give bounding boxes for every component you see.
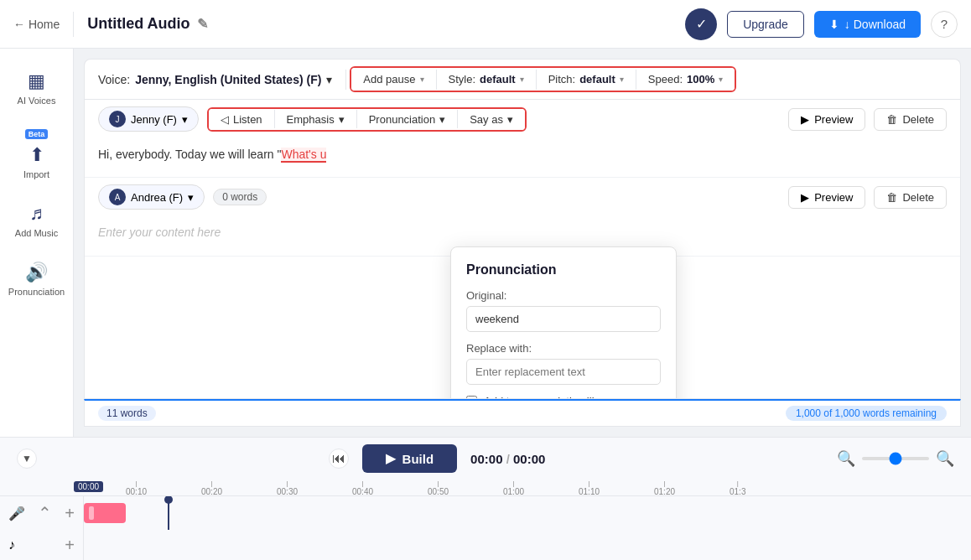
emphasis-chevron-icon: ▾	[339, 113, 345, 126]
header-right: ✓ Upgrade ⬇ ↓ Download ?	[685, 8, 958, 40]
zoom-out-button[interactable]: 🔍	[837, 449, 855, 468]
block-2-placeholder: Enter your content here	[98, 226, 221, 239]
block-1-voice-badge[interactable]: J Jenny (F) ▾	[98, 106, 199, 132]
words-remaining-badge: 1,000 of 1,000 words remaining	[786, 406, 947, 421]
collapse-button[interactable]: ▼	[17, 449, 37, 469]
cloud-save-button[interactable]: ✓	[685, 8, 717, 40]
say-as-chevron-icon: ▾	[507, 113, 513, 126]
sidebar-item-ai-voices[interactable]: ▦ AI Voices	[7, 62, 67, 114]
zoom-in-button[interactable]: 🔍	[936, 449, 954, 468]
speed-chevron-icon: ▾	[719, 75, 723, 84]
sidebar-item-add-music[interactable]: ♬ Add Music	[7, 194, 67, 246]
preview-play-icon: ▶	[801, 113, 809, 126]
block-1-preview-button[interactable]: ▶ Preview	[788, 108, 865, 131]
timeline-tracks: 🎤 ⌃ +	[0, 496, 971, 530]
replace-label: Replace with:	[466, 342, 661, 355]
block-1-delete-button[interactable]: 🗑 Delete	[874, 108, 947, 131]
timeline-mark: 01:10	[579, 480, 600, 496]
block-2-preview-button[interactable]: ▶ Preview	[788, 186, 865, 209]
block-2-header-right: ▶ Preview 🗑 Delete	[788, 186, 947, 209]
help-button[interactable]: ?	[931, 11, 958, 38]
upgrade-button[interactable]: Upgrade	[727, 11, 804, 38]
block-1-content[interactable]: Hi, everybody. Today we will learn "What…	[85, 138, 960, 177]
block-1-voice-name: Jenny (F)	[131, 113, 177, 126]
edit-title-icon[interactable]: ✎	[197, 16, 208, 32]
sidebar-item-pronunciation[interactable]: 🔊 Pronunciation	[7, 253, 67, 305]
mic-icon: 🎤	[8, 506, 25, 521]
block-2-delete-button[interactable]: 🗑 Delete	[874, 186, 947, 209]
pitch-chevron-icon: ▾	[620, 75, 624, 84]
style-button[interactable]: Style: default ▾	[437, 68, 536, 91]
popup-title: Pronunciation	[466, 262, 661, 277]
toolbar-divider	[345, 70, 346, 90]
speed-button[interactable]: Speed: 100% ▾	[636, 68, 735, 91]
timeline-mark: 00:10	[126, 480, 147, 496]
playhead-time-badge: 00:00	[74, 481, 103, 492]
track-2-content[interactable]	[84, 530, 971, 560]
track-1-content[interactable]	[84, 496, 971, 530]
add-to-library-checkbox[interactable]	[466, 396, 477, 399]
total-time: 00:00	[513, 452, 545, 466]
skip-back-button[interactable]: ⏮	[329, 449, 349, 469]
listen-button[interactable]: ◁ Listen	[209, 109, 274, 130]
playhead	[168, 496, 169, 530]
track-expand-button[interactable]: ⌃	[38, 503, 52, 523]
block-2-voice-badge[interactable]: A Andrea (F) ▾	[98, 184, 205, 210]
voice-name: Jenny, English (United States) (F)	[135, 73, 321, 86]
playhead-top	[164, 496, 173, 504]
pitch-button[interactable]: Pitch: default ▾	[537, 68, 636, 91]
audio-block[interactable]	[84, 503, 126, 523]
sidebar: ▦ AI Voices Beta ⬆ Import ♬ Add Music 🔊 …	[0, 49, 74, 437]
build-button[interactable]: ▶ Build	[362, 444, 458, 473]
block-2-voice-chevron: ▾	[188, 191, 194, 204]
editor-block-2: A Andrea (F) ▾ 0 words ▶ Preview 🗑	[85, 178, 960, 256]
block-1-voice-chevron: ▾	[182, 113, 188, 126]
home-link[interactable]: ← Home	[13, 18, 60, 31]
sidebar-item-label: Import	[23, 169, 49, 179]
timeline-mark: 00:50	[428, 480, 449, 496]
top-header: ← Home Untitled Audio ✎ ✓ Upgrade ⬇ ↓ Do…	[0, 0, 971, 49]
add-to-library-label: Add to pronunciation library	[484, 395, 616, 399]
play-icon: ▶	[386, 451, 396, 466]
audio-block-inner	[89, 506, 94, 520]
header-left: ← Home Untitled Audio ✎	[13, 12, 208, 37]
add-pause-button[interactable]: Add pause ▾	[351, 68, 435, 91]
download-button[interactable]: ⬇ ↓ Download	[814, 11, 921, 38]
zoom-controls: 🔍 🔍	[837, 449, 954, 468]
time-display: 00:00 / 00:00	[470, 452, 545, 466]
page-title: Untitled Audio	[87, 15, 190, 33]
main-area: ▦ AI Voices Beta ⬆ Import ♬ Add Music 🔊 …	[0, 49, 971, 437]
timeline-mark: 01:00	[503, 480, 524, 496]
cloud-icon: ✓	[696, 16, 707, 32]
block-1-highlighted-text: What's u	[281, 148, 326, 163]
title-area: Untitled Audio ✎	[87, 15, 207, 33]
original-input[interactable]	[466, 306, 661, 332]
listen-icon: ◁	[221, 113, 229, 126]
sidebar-item-label: Pronunciation	[8, 287, 65, 297]
block-1-header-left: J Jenny (F) ▾ ◁ Listen Emphasis	[98, 106, 527, 132]
add-pause-chevron-icon: ▾	[420, 75, 424, 84]
pronunciation-button[interactable]: Pronunciation ▾	[357, 109, 458, 130]
sidebar-item-label: Add Music	[15, 228, 58, 238]
header-divider	[73, 12, 74, 37]
sidebar-item-import[interactable]: Beta ⬆ Import	[7, 121, 67, 188]
say-as-button[interactable]: Say as ▾	[458, 109, 525, 130]
style-chevron-icon: ▾	[520, 75, 524, 84]
replace-input[interactable]	[466, 359, 661, 385]
zoom-slider[interactable]	[862, 457, 929, 460]
timeline-mark: 01:3	[730, 480, 745, 496]
track-add-button[interactable]: +	[65, 504, 75, 523]
track-1-controls: 🎤 ⌃ +	[0, 496, 84, 530]
block-1-header: J Jenny (F) ▾ ◁ Listen Emphasis	[85, 100, 960, 138]
add-music-icon: ♬	[29, 203, 44, 225]
current-time: 00:00	[470, 452, 502, 466]
import-icon: ⬆	[29, 144, 44, 166]
voice-avatar: J	[109, 111, 126, 127]
editor-block-1: J Jenny (F) ▾ ◁ Listen Emphasis	[85, 100, 960, 178]
trash-icon-2: 🗑	[886, 191, 897, 204]
block-2-header-left: A Andrea (F) ▾ 0 words	[98, 184, 267, 210]
beta-badge: Beta	[25, 129, 49, 139]
voice-selector[interactable]: Voice: Jenny, English (United States) (F…	[98, 73, 342, 86]
emphasis-button[interactable]: Emphasis ▾	[275, 109, 356, 130]
track-2-add-button[interactable]: +	[65, 536, 75, 555]
